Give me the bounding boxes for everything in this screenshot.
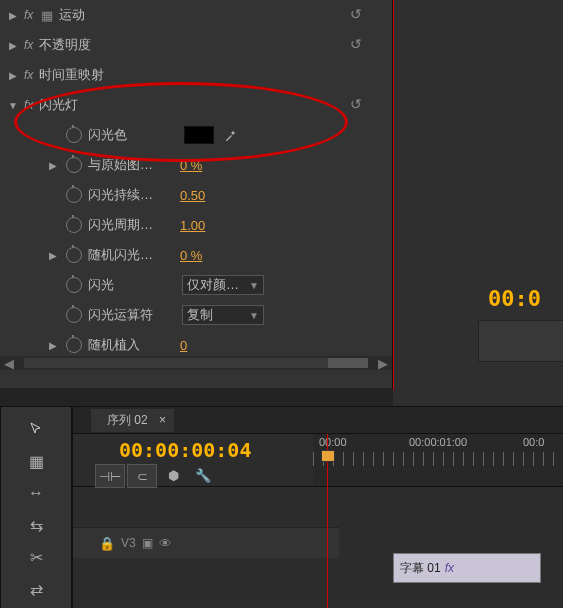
tool-palette: ▦ ↔ ⇆ ✂ ⇄ [0, 406, 72, 608]
ruler-label: 00:00:01:00 [409, 436, 467, 448]
param-label: 闪光周期… [88, 216, 176, 234]
effect-name: 闪光灯 [39, 96, 78, 114]
timeline-panel: 序列 02 × 00:00:00:04 ⊣⊢ ⊂ ⬢ 🔧 00:00 00:00… [72, 406, 563, 608]
horizontal-scrollbar[interactable]: ◀ ▶ [0, 356, 392, 370]
param-value[interactable]: 0 % [180, 248, 202, 263]
playhead-handle[interactable] [321, 450, 335, 462]
param-value[interactable]: 0.50 [180, 188, 205, 203]
twirl-icon[interactable]: ▶ [9, 40, 17, 51]
reset-icon[interactable]: ↺ [350, 6, 368, 24]
settings-button[interactable]: 🔧 [189, 464, 217, 486]
effect-name: 时间重映射 [39, 66, 104, 84]
param-label: 随机闪光… [88, 246, 176, 264]
param-label: 闪光持续… [88, 186, 176, 204]
param-random: ▶ 随机闪光… 0 % [0, 240, 392, 270]
stopwatch-icon[interactable] [66, 337, 82, 353]
operator-dropdown[interactable]: 复制▼ [182, 305, 264, 325]
twirl-icon[interactable]: ▶ [9, 10, 17, 21]
stopwatch-icon[interactable] [66, 157, 82, 173]
param-label: 随机植入 [88, 336, 176, 354]
chevron-down-icon: ▼ [249, 280, 259, 291]
timeline-tabs: 序列 02 × [73, 407, 563, 434]
stopwatch-icon[interactable] [66, 247, 82, 263]
param-period: 闪光周期… 1.00 [0, 210, 392, 240]
stopwatch-icon[interactable] [66, 187, 82, 203]
clip-fx-badge: fx [445, 561, 454, 575]
motion-extra-icon: ▦ [41, 8, 53, 23]
effect-opacity[interactable]: ▶ fx 不透明度 ↺ [0, 30, 392, 60]
playhead-line[interactable] [393, 0, 394, 390]
fx-badge-icon: fx [24, 68, 33, 82]
param-label: 闪光运算符 [88, 306, 176, 324]
param-label: 与原始图… [88, 156, 176, 174]
mode-dropdown[interactable]: 仅对颜…▼ [182, 275, 264, 295]
linked-selection-button[interactable]: ⊂ [127, 464, 157, 488]
param-mode: 闪光 仅对颜…▼ [0, 270, 392, 300]
param-value[interactable]: 0 [180, 338, 187, 353]
stopwatch-icon[interactable] [66, 277, 82, 293]
stopwatch-icon[interactable] [66, 307, 82, 323]
effect-controls-panel: ▶ fx ▦ 运动 ↺ ▶ fx 不透明度 ↺ ▶ fx 时间重映射 ▼ fx … [0, 0, 393, 388]
clip-name: 字幕 01 [400, 560, 441, 577]
rate-stretch-tool[interactable]: ⇆ [24, 513, 48, 537]
scrollbar-thumb[interactable] [328, 358, 368, 368]
fx-badge-icon: fx [24, 38, 33, 52]
param-operator: 闪光运算符 复制▼ [0, 300, 392, 330]
track-header-v3[interactable]: 🔒 V3 ▣ 👁 [73, 527, 339, 558]
param-duration: 闪光持续… 0.50 [0, 180, 392, 210]
param-value[interactable]: 0 % [180, 158, 202, 173]
eyedropper-icon[interactable] [224, 128, 238, 142]
twirl-icon[interactable]: ▶ [49, 250, 57, 261]
stopwatch-icon[interactable] [66, 217, 82, 233]
effect-name: 不透明度 [39, 36, 91, 54]
twirl-icon[interactable]: ▶ [49, 340, 57, 351]
ruler-label: 00:00 [319, 436, 347, 448]
track-select-tool[interactable]: ▦ [24, 449, 48, 473]
marker-button[interactable]: ⬢ [159, 464, 187, 486]
effect-motion[interactable]: ▶ fx ▦ 运动 ↺ [0, 0, 392, 30]
param-blend: ▶ 与原始图… 0 % [0, 150, 392, 180]
slip-tool[interactable]: ⇄ [24, 577, 48, 601]
effect-strobe[interactable]: ▼ fx 闪光灯 ↺ [0, 90, 392, 120]
twirl-icon[interactable]: ▶ [49, 160, 57, 171]
effect-time-remap[interactable]: ▶ fx 时间重映射 [0, 60, 392, 90]
right-track-strip [478, 320, 563, 362]
reset-icon[interactable]: ↺ [350, 36, 368, 54]
color-swatch[interactable] [184, 126, 214, 144]
razor-tool[interactable]: ✂ [24, 545, 48, 569]
reset-icon[interactable]: ↺ [350, 96, 368, 114]
effect-name: 运动 [59, 6, 85, 24]
fx-badge-icon: fx [24, 98, 33, 112]
timeline-timecode[interactable]: 00:00:00:04 [73, 434, 313, 462]
track-name: V3 [121, 536, 136, 550]
param-strobe-color: 闪光色 [0, 120, 392, 150]
ripple-tool[interactable]: ↔ [24, 481, 48, 505]
selection-tool[interactable] [24, 417, 48, 441]
param-label: 闪光色 [88, 126, 176, 144]
snap-button[interactable]: ⊣⊢ [95, 464, 125, 488]
twirl-icon[interactable]: ▶ [9, 70, 17, 81]
chevron-down-icon: ▼ [249, 310, 259, 321]
track-toggle-icon[interactable]: ▣ [142, 536, 153, 550]
stopwatch-icon[interactable] [66, 127, 82, 143]
lock-icon[interactable]: 🔒 [99, 536, 115, 551]
twirl-down-icon[interactable]: ▼ [8, 100, 18, 111]
param-label: 闪光 [88, 276, 176, 294]
ruler-label: 00:0 [523, 436, 544, 448]
timeline-clip[interactable]: 字幕 01 fx [393, 553, 541, 583]
fx-badge-icon: fx [24, 8, 33, 22]
time-ruler[interactable]: 00:00 00:00:01:00 00:0 [313, 434, 563, 486]
sequence-tab[interactable]: 序列 02 × [91, 409, 174, 432]
source-timecode[interactable]: 00:0 [488, 286, 541, 311]
playhead[interactable] [327, 434, 328, 608]
eye-icon[interactable]: 👁 [159, 536, 172, 551]
param-value[interactable]: 1.00 [180, 218, 205, 233]
